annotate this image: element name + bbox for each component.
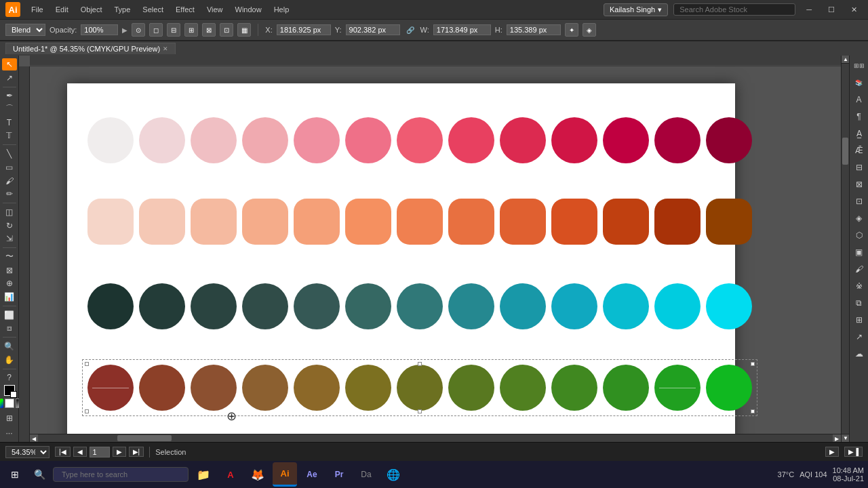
distribute-icon[interactable]: ⊡ [220,23,233,37]
scroll-right-btn[interactable]: ▶ [833,434,841,442]
minimize-button[interactable]: ─ [801,5,817,14]
h-input[interactable] [507,24,561,35]
next-page-btn[interactable]: ▶ [113,447,126,457]
free-transform-tool[interactable]: ⊠ [2,264,17,277]
transform-icon[interactable]: ◻ [149,23,163,37]
graph-tool[interactable]: 📊 [2,291,17,303]
scroll-down-btn[interactable]: ▼ [842,434,849,442]
first-page-btn[interactable]: |◀ [55,447,71,457]
expand-icon[interactable]: ▶ [122,26,127,34]
taskbar-chrome[interactable]: 🌐 [381,462,406,487]
taskbar-firefox[interactable]: 🦊 [245,462,270,487]
start-button[interactable]: ⊞ [4,464,26,485]
zoom-select[interactable]: 54.35% [5,446,50,458]
brushes-panel-btn[interactable]: 🖌 [852,262,867,277]
menu-select[interactable]: Select [137,4,169,15]
close-tab-button[interactable]: ✕ [163,45,168,52]
menu-effect[interactable]: Effect [170,4,200,15]
maximize-button[interactable]: ☐ [823,5,840,14]
transform2-icon[interactable]: ✦ [565,23,578,37]
menu-edit[interactable]: Edit [50,4,74,15]
layers-panel-btn[interactable]: ⧉ [852,296,867,310]
close-button[interactable]: ✕ [846,5,863,14]
w-input[interactable] [433,24,491,35]
asset-export-btn[interactable]: ↗ [852,329,867,344]
scroll-h-thumb[interactable] [117,435,172,441]
menu-object[interactable]: Object [75,4,108,15]
paragraph-panel-btn[interactable]: ¶ [852,109,867,124]
scroll-thumb[interactable] [842,138,848,165]
menu-help[interactable]: Help [269,4,295,15]
pencil-tool[interactable]: ✏ [2,188,17,200]
search-button[interactable]: 🔍 [28,464,50,485]
eraser-tool[interactable]: ◫ [2,206,17,218]
user-button[interactable]: Kailash Singh ▾ [604,3,668,16]
x-input[interactable] [277,24,331,35]
artboard-tool[interactable]: ⬜ [2,309,17,321]
menu-file[interactable]: File [26,4,49,15]
align-panel-btn[interactable]: ⊟ [852,160,867,175]
opacity-input[interactable] [81,24,118,35]
paintbrush-tool[interactable]: 🖌 [2,175,17,187]
taskbar-adobe-acrobat[interactable]: A [218,462,243,487]
scroll-up-btn[interactable]: ▲ [842,56,849,64]
warp-tool[interactable]: 〜 [2,251,17,263]
canvas-area[interactable]: ⊕ ▲ ▼ ◀ ▶ [19,56,849,442]
menu-window[interactable]: Window [230,4,267,15]
move-tool[interactable]: ⊞ [2,411,17,426]
pathfinder-panel-btn[interactable]: ⊠ [852,177,867,192]
line-tool[interactable]: ╲ [2,148,17,160]
y-input[interactable] [346,24,400,35]
link-icon[interactable]: 🔗 [404,23,416,37]
chart-icon[interactable]: ▦ [237,23,251,37]
pen-tool[interactable]: ✒ [2,89,17,102]
stroke-color[interactable] [10,391,17,398]
taskbar-illustrator[interactable]: Ai [273,462,297,487]
question-tool[interactable]: ? [2,371,17,384]
direct-selection-tool[interactable]: ↗ [2,72,17,84]
properties-panel-btn[interactable]: ⊞⊞ [852,58,867,73]
taskbar-premiere[interactable]: Pr [327,462,351,487]
shape-tool[interactable]: ▭ [2,161,17,174]
taskbar-davinci[interactable]: Da [354,462,378,487]
hand-tool[interactable]: ✋ [2,354,17,366]
more-tools[interactable]: ··· [2,427,17,439]
scale-tool[interactable]: ⇲ [2,232,17,245]
shape-builder-tool[interactable]: ⊕ [2,278,17,290]
taskbar-file-explorer[interactable]: 📁 [191,462,216,487]
rotate-tool[interactable]: ↻ [2,220,17,232]
zoom-tool[interactable]: 🔍 [2,340,17,352]
step-btn[interactable]: ▶▐ [844,447,863,457]
document-tab[interactable]: Untitled-1* @ 54.35% (CMYK/GPU Preview) … [5,43,176,54]
horizontal-scrollbar[interactable]: ◀ ▶ [30,434,841,442]
symbols-panel-btn[interactable]: ※ [852,279,867,293]
search-input[interactable] [673,3,795,16]
scroll-left-btn[interactable]: ◀ [30,434,38,442]
align-left-icon[interactable]: ⊟ [167,23,180,37]
opentype-panel-btn[interactable]: Ǣ [852,143,867,158]
align-right-icon[interactable]: ⊠ [202,23,216,37]
blend-mode-select[interactable]: Blend [5,24,45,36]
touch-type-tool[interactable]: 𝕋 [2,130,17,142]
cc-libraries-btn[interactable]: ☁ [852,346,867,361]
swatches-panel-btn[interactable]: ▣ [852,245,867,260]
page-input[interactable] [90,447,110,458]
curvature-tool[interactable]: ⌒ [2,103,17,115]
taskbar-after-effects[interactable]: Ae [300,462,324,487]
last-page-btn[interactable]: ▶| [129,447,144,457]
menu-view[interactable]: View [201,4,229,15]
play-btn[interactable]: ▶ [825,447,839,457]
libraries-panel-btn[interactable]: 📚 [852,75,867,90]
artboards-panel-btn[interactable]: ⊞ [852,312,867,327]
align-icon[interactable]: ⊙ [132,23,145,37]
vertical-scrollbar[interactable]: ▲ ▼ [841,56,849,442]
taskbar-search-input[interactable] [53,467,189,482]
type-tool[interactable]: T [2,117,17,129]
transform-panel-btn[interactable]: ⊡ [852,194,867,209]
type-panel-btn[interactable]: A [852,92,867,107]
appearance-panel-btn[interactable]: ◈ [852,211,867,226]
prev-page-btn[interactable]: ◀ [73,447,87,457]
fill-color[interactable] [4,385,15,396]
character-panel-btn[interactable]: A̲ [852,126,867,141]
selection-tool[interactable]: ↖ [2,58,17,70]
